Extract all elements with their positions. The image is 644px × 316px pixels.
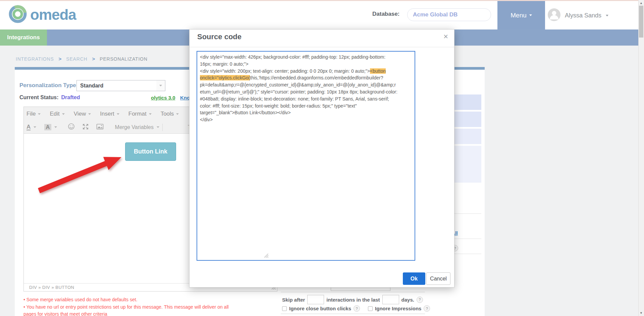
ignore-impressions-label: Ignore Impressions	[375, 306, 421, 311]
caret-down-icon	[176, 113, 179, 115]
code-text: this,'https://embedded.dragonforms.com/e…	[200, 75, 397, 122]
caret-down-icon	[606, 15, 608, 16]
dialog-title: Source code	[197, 33, 241, 41]
olytics-link[interactable]: olytics 3.0	[151, 95, 175, 101]
ignore-settings-row: Ignore close button clicks ? Ignore Impr…	[282, 305, 430, 312]
current-status-label: Current Status:	[19, 94, 58, 101]
interactions-input[interactable]	[307, 295, 324, 304]
page: omeda Database: Acme Global DB Menu Alys…	[0, 0, 644, 316]
breadcrumb: INTEGRATIONS > SEARCH > PERSONALIZATION	[16, 56, 148, 62]
menu-label: Menu	[511, 12, 527, 19]
personalization-type-select[interactable]: Standard	[76, 80, 165, 91]
caret-down-icon	[38, 113, 41, 115]
selected-value: Standard	[77, 83, 156, 89]
caret-down-icon	[156, 80, 165, 91]
scroll-up-icon[interactable]: ▲	[638, 1, 644, 5]
error-message: • You have no url or entry point restric…	[23, 304, 252, 316]
breadcrumb-personalization: PERSONALIZATION	[100, 56, 147, 62]
brand-wordmark: omeda	[30, 6, 76, 23]
textarea-resize-grip[interactable]	[264, 254, 268, 258]
omeda-logo-icon	[8, 4, 28, 25]
breadcrumb-separator: >	[54, 56, 66, 62]
dialog-header-divider	[190, 47, 454, 47]
current-status: Current Status: Drafted	[19, 94, 80, 101]
current-status-value: Drafted	[58, 94, 80, 101]
database-selector[interactable]: Acme Global DB	[407, 8, 491, 21]
caret-down-icon	[529, 14, 532, 16]
user-menu[interactable]: Alyssa Sands	[548, 8, 608, 22]
breadcrumb-integrations[interactable]: INTEGRATIONS	[16, 56, 54, 62]
brand-logo[interactable]: omeda	[8, 4, 76, 25]
divider	[281, 314, 425, 314]
caret-down-icon	[62, 113, 65, 115]
source-code-textarea[interactable]: <div style="max-width: 426px; background…	[197, 51, 415, 261]
days-label: days.	[401, 297, 414, 303]
days-input[interactable]	[382, 295, 399, 304]
close-icon[interactable]: ×	[443, 33, 448, 41]
breadcrumb-search[interactable]: SEARCH	[66, 56, 87, 62]
knowledge-base-link[interactable]: Kno	[180, 95, 190, 101]
tab-integrations[interactable]: Integrations	[0, 29, 47, 46]
insert-image-icon[interactable]	[96, 123, 104, 131]
menu-view[interactable]: View	[74, 111, 91, 117]
menu-tools[interactable]: Tools	[161, 111, 179, 117]
ignore-close-label: Ignore close button clicks	[289, 306, 351, 311]
menu-edit[interactable]: Edit	[50, 111, 64, 117]
help-icon[interactable]: ?	[424, 305, 430, 312]
interactions-label: interactions in the last	[326, 297, 380, 303]
ignore-close-checkbox[interactable]	[282, 306, 287, 311]
menu-insert[interactable]: Insert	[100, 111, 119, 117]
app-header	[0, 1, 644, 29]
cancel-button[interactable]: Cancel	[426, 272, 450, 285]
user-name: Alyssa Sands	[565, 12, 601, 19]
code-text: <div style="max-width: 426px; background…	[200, 54, 385, 74]
ok-button[interactable]: Ok	[403, 272, 425, 285]
caret-down-icon	[157, 126, 159, 128]
avatar	[548, 8, 560, 22]
caret-down-icon[interactable]	[54, 126, 57, 128]
menu-dropdown[interactable]: Menu	[497, 1, 545, 29]
database-label: Database:	[372, 11, 399, 17]
caret-down-icon	[117, 113, 119, 115]
page-scrollbar[interactable]	[638, 0, 644, 316]
menu-file[interactable]: File	[26, 111, 41, 117]
caret-down-icon	[149, 113, 152, 115]
skip-settings-row: Skip after interactions in the last days…	[282, 295, 423, 304]
element-path[interactable]: DIV » DIV » BUTTON	[29, 285, 74, 290]
ignore-impressions-checkbox[interactable]	[368, 306, 373, 311]
scroll-down-icon[interactable]: ▼	[638, 311, 644, 315]
merge-variables-button[interactable]: Merge Variables	[115, 124, 154, 130]
personalization-type-label: Personalization Type:	[19, 82, 78, 89]
error-message: • Some merge variables used do not have …	[23, 296, 252, 303]
background-color-button[interactable]: A	[44, 124, 51, 130]
help-icon[interactable]: ?	[354, 305, 360, 312]
caret-down-icon	[88, 113, 91, 115]
breadcrumb-separator: >	[88, 56, 100, 62]
skip-after-label: Skip after	[282, 297, 305, 303]
divider	[281, 292, 425, 292]
menu-format[interactable]: Format	[128, 111, 152, 117]
emoticon-icon[interactable]	[68, 123, 75, 131]
help-icon[interactable]: ?	[417, 297, 423, 303]
text-color-button[interactable]: A	[26, 124, 31, 130]
fullscreen-icon[interactable]	[82, 123, 89, 131]
scrollbar-thumb[interactable]	[639, 6, 643, 38]
caret-down-icon[interactable]	[34, 126, 36, 128]
